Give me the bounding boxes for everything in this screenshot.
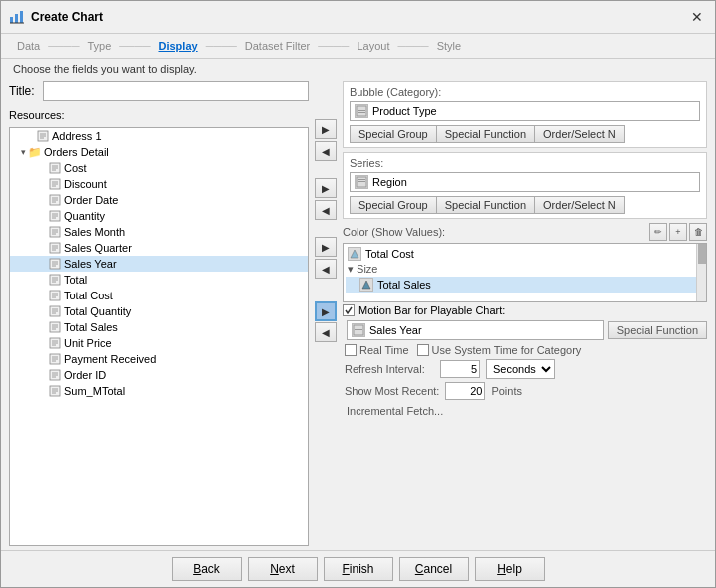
color-delete-btn[interactable]: 🗑 xyxy=(689,223,707,241)
doc-icon xyxy=(48,209,62,223)
tree-item-sales_quarter[interactable]: Sales Quarter xyxy=(10,240,308,256)
motion-field-name: Sales Year xyxy=(369,324,422,336)
tree-item-label: Total Sales xyxy=(64,321,118,333)
bubble-tab-order-select-n[interactable]: Order/Select N xyxy=(534,125,625,143)
content-area: Title: Resources: Address 1 ▾ 📁 Orders D… xyxy=(1,81,715,550)
bubble-tabs: Special Group Special Function Order/Sel… xyxy=(350,125,700,143)
color-edit-btn[interactable]: ✏ xyxy=(649,223,667,241)
tree-item-total_sales[interactable]: Total Sales xyxy=(10,319,308,335)
doc-icon xyxy=(48,289,62,302)
real-time-checkbox[interactable] xyxy=(345,344,357,356)
doc-icon xyxy=(48,177,62,191)
series-remove-btn[interactable]: ◀ xyxy=(315,200,337,220)
series-tab-special-function[interactable]: Special Function xyxy=(436,196,534,214)
svg-rect-1 xyxy=(15,14,18,23)
bubble-tab-special-function[interactable]: Special Function xyxy=(436,125,534,143)
color-remove-btn[interactable]: ◀ xyxy=(315,259,337,279)
tree-item-address1[interactable]: Address 1 xyxy=(10,128,308,144)
tree-item-label: Order Date xyxy=(64,194,118,206)
help-button[interactable]: Help xyxy=(475,557,545,581)
next-button[interactable]: Next xyxy=(248,557,318,581)
show-most-recent-label: Show Most Recent: xyxy=(345,385,439,397)
tree-item-label: Cost xyxy=(64,162,87,174)
svg-marker-74 xyxy=(351,250,358,258)
refresh-interval-label: Refresh Interval: xyxy=(345,363,434,375)
svg-rect-0 xyxy=(10,17,13,23)
motion-bar-checkbox[interactable] xyxy=(343,304,355,316)
color-field-total-sales: Total Sales xyxy=(346,277,704,293)
tree-item-label: Order ID xyxy=(64,369,106,381)
motion-add-btn[interactable]: ▶ xyxy=(315,301,337,321)
tree-item-total_cost[interactable]: Total Cost xyxy=(10,288,308,303)
color-add-btn[interactable]: ▶ xyxy=(315,237,337,257)
tree-item-label: Sales Quarter xyxy=(64,242,132,254)
motion-special-function-btn[interactable]: Special Function xyxy=(608,321,707,339)
tree-item-quantity[interactable]: Quantity xyxy=(10,208,308,224)
bubble-remove-btn[interactable]: ◀ xyxy=(315,141,337,161)
dialog-title: Create Chart xyxy=(31,10,103,24)
chart-icon xyxy=(9,9,25,25)
tree-item-discount[interactable]: Discount xyxy=(10,176,308,192)
tree-item-label: Total xyxy=(64,274,87,286)
bubble-label: Bubble (Category): xyxy=(350,86,700,98)
tree-item-payment_received[interactable]: Payment Received xyxy=(10,351,308,367)
color-section: Color (Show Values): ✏ + 🗑 Total Cost xyxy=(343,223,707,302)
tree-item-label: Total Quantity xyxy=(64,305,131,317)
refresh-unit-select[interactable]: Seconds Minutes Hours xyxy=(486,359,555,379)
tree-item-cost[interactable]: Cost xyxy=(10,160,308,176)
bubble-add-btn[interactable]: ▶ xyxy=(315,119,337,139)
tab-dataset-filter[interactable]: Dataset Filter xyxy=(241,40,314,52)
color-add-btn[interactable]: + xyxy=(669,223,687,241)
finish-button[interactable]: Finish xyxy=(324,557,393,581)
tab-type[interactable]: Type xyxy=(83,40,115,52)
title-input[interactable] xyxy=(43,81,309,101)
series-field-display: Region xyxy=(350,172,700,192)
resources-tree[interactable]: Address 1 ▾ 📁 Orders Detail Cost xyxy=(9,127,309,546)
tree-item-orders_detail[interactable]: ▾ 📁 Orders Detail xyxy=(10,144,308,160)
tree-item-order_id[interactable]: Order ID xyxy=(10,367,308,383)
use-system-time-label: Use System Time for Category xyxy=(417,344,582,356)
real-time-label: Real Time xyxy=(345,344,409,356)
color-fields-list[interactable]: Total Cost ▾ Size Total Sales xyxy=(343,243,707,302)
tree-item-label: Discount xyxy=(64,178,107,190)
tree-item-total_quantity[interactable]: Total Quantity xyxy=(10,303,308,319)
motion-field-display: Sales Year xyxy=(347,320,604,340)
tree-item-total[interactable]: Total xyxy=(10,272,308,288)
motion-remove-btn[interactable]: ◀ xyxy=(315,322,337,342)
tree-item-sales_year[interactable]: Sales Year xyxy=(10,256,308,272)
expand-icon[interactable]: ▾ xyxy=(18,147,28,157)
series-tab-order-select-n[interactable]: Order/Select N xyxy=(534,196,625,214)
refresh-interval-input[interactable] xyxy=(440,360,480,378)
use-system-time-checkbox[interactable] xyxy=(417,344,429,356)
tree-item-label: Sales Year xyxy=(64,258,117,270)
tab-layout[interactable]: Layout xyxy=(353,40,393,52)
series-label: Series: xyxy=(350,157,700,169)
series-tab-special-group[interactable]: Special Group xyxy=(350,196,436,214)
doc-icon xyxy=(48,193,62,207)
title-bar-left: Create Chart xyxy=(9,9,103,25)
back-button[interactable]: Back xyxy=(172,557,242,581)
series-tabs: Special Group Special Function Order/Sel… xyxy=(350,196,700,214)
tree-item-unit_price[interactable]: Unit Price xyxy=(10,335,308,351)
incremental-fetch-btn[interactable]: Incremental Fetch... xyxy=(343,403,447,419)
tree-item-sum_mtotal[interactable]: Sum_MTotal xyxy=(10,383,308,399)
show-most-recent-row: Show Most Recent: Points xyxy=(343,382,707,400)
motion-field-row: Sales Year Special Function xyxy=(343,320,707,340)
series-section: Series: Region Special Group Special Fun… xyxy=(343,152,707,219)
tab-data[interactable]: Data xyxy=(13,40,44,52)
tree-item-order_date[interactable]: Order Date xyxy=(10,192,308,208)
show-most-recent-input[interactable] xyxy=(445,382,485,400)
close-button[interactable]: ✕ xyxy=(687,7,707,27)
series-add-btn[interactable]: ▶ xyxy=(315,178,337,198)
tab-style[interactable]: Style xyxy=(433,40,465,52)
cancel-button[interactable]: Cancel xyxy=(399,557,469,581)
bubble-arrows: ▶ ◀ xyxy=(315,119,337,162)
tree-item-sales_month[interactable]: Sales Month xyxy=(10,224,308,240)
tab-display[interactable]: Display xyxy=(154,40,201,52)
title-label: Title: xyxy=(9,84,37,98)
bubble-tab-special-group[interactable]: Special Group xyxy=(350,125,436,143)
doc-icon xyxy=(48,352,62,366)
color-scrollbar[interactable] xyxy=(696,244,706,301)
tree-item-label: Payment Received xyxy=(64,353,156,365)
subtitle: Choose the fields you want to display. xyxy=(1,59,715,81)
